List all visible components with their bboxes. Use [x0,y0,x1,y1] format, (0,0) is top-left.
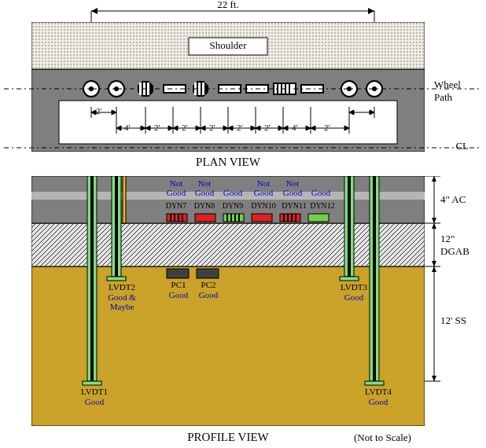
dyn9-status: Good [219,188,247,197]
scale-note: (Not to Scale) [354,431,411,444]
pc1-status: Good [167,290,190,299]
svg-rect-91 [223,214,244,222]
lvdt3-status: Good [334,292,374,302]
ac-dim: 4" AC [440,193,466,206]
svg-rect-114 [340,277,359,281]
svg-rect-117 [365,381,384,385]
svg-rect-103 [167,269,189,278]
lvdt4-status: Good [359,397,398,406]
svg-marker-127 [432,261,436,266]
svg-marker-126 [432,223,436,229]
lvdt4-name: LVDT4 [359,387,398,396]
cl-label: CL [455,140,469,152]
lvdt1-name: LVDT1 [75,387,114,396]
svg-rect-109 [115,176,118,277]
lvdt3-name: LVDT3 [334,282,374,292]
svg-marker-129 [432,266,436,272]
lvdt1-status: Good [75,397,114,406]
dyn7-status: Not Good [162,178,190,197]
plan-guides [0,22,486,152]
dyn12-name: DYN12 [307,201,338,210]
svg-marker-130 [432,376,436,381]
dgab-dim: 12" DGAB [440,233,480,258]
lvdt2-name: LVDT2 [102,282,142,292]
svg-rect-90 [195,214,215,222]
svg-rect-111 [107,277,126,281]
svg-rect-102 [308,214,329,222]
svg-marker-124 [432,218,436,223]
svg-rect-96 [252,214,272,222]
dyn7-name: DYN7 [162,201,190,210]
dyn8-status: Not Good [190,178,219,197]
svg-rect-110 [123,176,126,223]
wheel-path-label: Wheel Path [434,79,481,104]
dyn11-status: Not Good [278,178,307,197]
pc2-status: Good [197,290,220,299]
dyn8-name: DYN8 [190,201,219,210]
dyn9-name: DYN9 [219,201,247,210]
svg-rect-106 [90,176,94,381]
lvdt2-status: Good & Maybe [99,292,145,311]
dyn10-name: DYN10 [247,201,280,210]
plan-caption: PLAN VIEW [31,156,425,169]
dyn11-name: DYN11 [278,201,310,210]
svg-rect-116 [373,176,376,381]
svg-rect-107 [83,381,101,385]
pc2-name: PC2 [197,280,220,289]
pc1-name: PC1 [167,280,190,289]
overall-span-label: 22 ft. [31,0,425,11]
svg-rect-85 [167,214,187,222]
svg-rect-113 [348,176,351,277]
svg-marker-123 [432,176,436,182]
profile-view: Not Good DYN7 Not Good DYN8 Good DYN9 No… [31,176,425,426]
ss-dim: 12' SS [440,314,466,327]
overall-dimension: 22 ft. [31,0,425,22]
profile-dims [425,176,481,426]
dyn12-status: Good [307,188,335,197]
svg-rect-104 [197,269,219,278]
dyn10-status: Not Good [247,178,280,197]
svg-rect-97 [280,214,300,222]
